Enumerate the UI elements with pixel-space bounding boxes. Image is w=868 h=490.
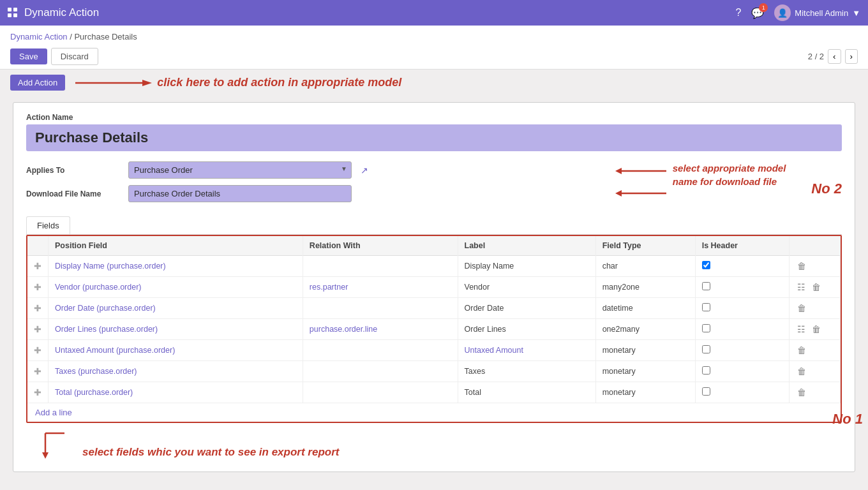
app-grid-icon[interactable]	[8, 8, 18, 18]
position-field-cell: Order Lines (purchase.order)	[49, 319, 303, 340]
user-name: Mitchell Admin	[795, 8, 848, 18]
download-file-input[interactable]	[128, 185, 352, 202]
drag-handle-icon[interactable]: ✚	[34, 282, 41, 292]
relation-with-cell	[303, 361, 458, 382]
relation-with-cell: purchase.order.line	[303, 319, 458, 340]
table-header-row: Position Field Relation With Label Field…	[27, 236, 841, 256]
field-type-cell: char	[595, 256, 695, 277]
toolbar-left: Save Discard	[10, 48, 98, 65]
is-header-checkbox[interactable]	[702, 366, 710, 375]
position-field-cell: Untaxed Amount (purchase.order)	[49, 340, 303, 361]
lines-icon-button[interactable]: ☷	[796, 323, 807, 336]
table-row: ✚Total (purchase.order)Totalmonetary🗑	[27, 382, 841, 403]
drag-handle-icon[interactable]: ✚	[34, 345, 41, 355]
drag-handle-cell[interactable]: ✚	[27, 319, 49, 340]
label-value: Order Date	[465, 304, 504, 313]
breadcrumb-current: Purchase Details	[74, 32, 137, 41]
add-action-button[interactable]: Add Action	[10, 75, 65, 91]
main-content: Action Name Purchase Details Applies To …	[0, 96, 868, 485]
delete-icon-button[interactable]: 🗑	[796, 386, 807, 399]
delete-icon-button[interactable]: 🗑	[796, 365, 807, 378]
toolbar-right: 2 / 2 ‹ ›	[808, 49, 858, 64]
position-field-link[interactable]: Order Lines (purchase.order)	[55, 325, 158, 334]
breadcrumb-parent[interactable]: Dynamic Action	[10, 32, 68, 41]
row-actions-cell: 🗑	[789, 298, 841, 319]
position-field-link[interactable]: Untaxed Amount (purchase.order)	[55, 346, 175, 355]
lines-icon-button[interactable]: ☷	[796, 281, 807, 293]
help-icon[interactable]: ?	[735, 7, 741, 19]
is-header-checkbox[interactable]	[702, 303, 710, 311]
label-cell: Untaxed Amount	[458, 340, 595, 361]
position-field-cell: Total (purchase.order)	[49, 382, 303, 403]
drag-handle-icon[interactable]: ✚	[34, 303, 41, 313]
drag-handle-cell[interactable]: ✚	[27, 382, 49, 403]
delete-icon-button[interactable]: 🗑	[796, 260, 807, 272]
toolbar: Save Discard 2 / 2 ‹ ›	[10, 45, 858, 69]
table-row: ✚Order Date (purchase.order)Order Dateda…	[27, 298, 841, 319]
save-button[interactable]: Save	[10, 48, 47, 64]
tabs-section: Fields Position Field Relation With	[26, 216, 842, 459]
external-link-icon[interactable]: ↗	[361, 165, 368, 175]
position-field-link[interactable]: Total (purchase.order)	[55, 388, 133, 397]
position-field-link[interactable]: Vendor (purchase.order)	[55, 283, 142, 292]
user-menu[interactable]: 👤 Mitchell Admin ▼	[774, 4, 860, 21]
drag-handle-icon[interactable]: ✚	[34, 261, 41, 271]
sub-header: Dynamic Action / Purchase Details Save D…	[0, 26, 868, 70]
label-cell: Display Name	[458, 256, 595, 277]
relation-link[interactable]: res.partner	[310, 283, 348, 292]
is-header-cell	[695, 256, 789, 277]
is-header-cell	[695, 298, 789, 319]
relation-with-cell: res.partner	[303, 277, 458, 298]
is-header-checkbox[interactable]	[702, 387, 710, 396]
label-cell: Total	[458, 382, 595, 403]
fields-table-wrapper: Position Field Relation With Label Field…	[26, 235, 842, 423]
position-field-link[interactable]: Order Date (purchase.order)	[55, 304, 156, 313]
is-header-checkbox[interactable]	[702, 345, 710, 353]
svg-marker-1	[142, 80, 152, 86]
applies-to-select[interactable]: Purchase Order	[128, 161, 352, 179]
fields-annotation-text: select fields whic you want to see in ex…	[82, 446, 339, 459]
label-value: Display Name	[465, 262, 514, 271]
relation-with-cell	[303, 298, 458, 319]
delete-icon-button[interactable]: 🗑	[796, 302, 807, 315]
table-body: ✚Display Name (purchase.order)Display Na…	[27, 256, 841, 403]
delete-icon-button[interactable]: 🗑	[811, 281, 822, 293]
discard-button[interactable]: Discard	[51, 48, 98, 65]
row-actions-cell: 🗑	[789, 256, 841, 277]
field-type-value: datetime	[602, 304, 633, 313]
drag-handle-cell[interactable]: ✚	[27, 256, 49, 277]
relation-link[interactable]: purchase.order.line	[310, 325, 377, 334]
delete-icon-button[interactable]: 🗑	[811, 323, 822, 336]
drag-handle-icon[interactable]: ✚	[34, 366, 41, 376]
add-a-line-button[interactable]: Add a line	[27, 403, 841, 422]
user-dropdown-icon: ▼	[852, 8, 860, 18]
drag-handle-cell[interactable]: ✚	[27, 277, 49, 298]
drag-handle-icon[interactable]: ✚	[34, 324, 41, 334]
label-cell: Order Date	[458, 298, 595, 319]
label-cell: Taxes	[458, 361, 595, 382]
prev-page-button[interactable]: ‹	[828, 49, 841, 64]
is-header-checkbox[interactable]	[702, 282, 710, 290]
is-header-checkbox[interactable]	[702, 261, 710, 269]
is-header-cell	[695, 340, 789, 361]
row-actions-cell: ☷🗑	[789, 277, 841, 298]
position-field-link[interactable]: Taxes (purchase.order)	[55, 367, 137, 376]
is-header-checkbox[interactable]	[702, 324, 710, 332]
add-action-annotation: click here to add action in appropriate …	[75, 76, 401, 89]
position-field-link[interactable]: Display Name (purchase.order)	[55, 262, 166, 271]
relation-with-cell	[303, 382, 458, 403]
th-drag	[27, 236, 49, 256]
drag-handle-cell[interactable]: ✚	[27, 340, 49, 361]
applies-to-row-wrapper: Applies To Purchase Order ↗ Download Fil…	[26, 161, 842, 209]
delete-icon-button[interactable]: 🗑	[796, 344, 807, 357]
drag-handle-cell[interactable]: ✚	[27, 361, 49, 382]
action-name-section: Action Name Purchase Details	[26, 113, 842, 151]
next-page-button[interactable]: ›	[845, 49, 858, 64]
th-relation-with: Relation With	[303, 236, 458, 256]
drag-handle-cell[interactable]: ✚	[27, 298, 49, 319]
tab-fields[interactable]: Fields	[26, 216, 70, 234]
top-navigation: Dynamic Action ? 💬 1 👤 Mitchell Admin ▼	[0, 0, 868, 26]
table-row: ✚Order Lines (purchase.order)purchase.or…	[27, 319, 841, 340]
chat-icon[interactable]: 💬 1	[751, 7, 764, 19]
drag-handle-icon[interactable]: ✚	[34, 387, 41, 397]
